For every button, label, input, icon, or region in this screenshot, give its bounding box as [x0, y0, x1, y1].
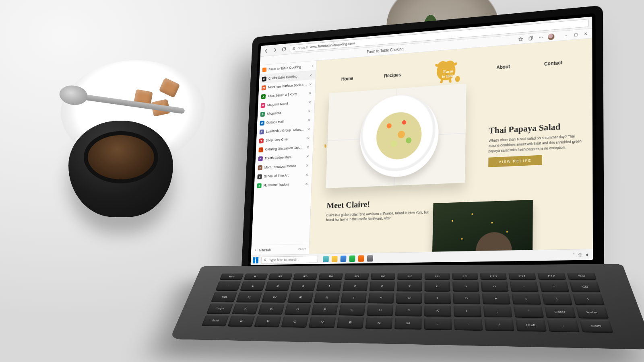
keyboard-key: 0 — [481, 281, 508, 292]
tab-close-icon[interactable]: ✕ — [308, 109, 312, 113]
tab-close-icon[interactable]: ✕ — [306, 154, 310, 158]
nav-home[interactable]: Home — [341, 76, 353, 82]
favorites-icon[interactable] — [518, 36, 524, 42]
lock-icon — [292, 46, 296, 50]
keyboard-key: F5 — [344, 273, 369, 280]
tab-close-icon[interactable]: ✕ — [305, 163, 309, 168]
nav-about[interactable]: About — [496, 64, 510, 70]
svg-point-3 — [541, 37, 541, 38]
keyboard-key: / — [484, 319, 514, 331]
url-text: www.farmtotablecooking.com — [310, 41, 355, 49]
keyboard-key: W — [261, 292, 287, 302]
tab-close-icon[interactable]: ✕ — [309, 91, 312, 95]
tab-close-icon[interactable]: ✕ — [309, 73, 313, 78]
window-maximize[interactable]: ▢ — [572, 32, 579, 37]
recipe-card: Thai Papaya Salad What's nicer than a co… — [488, 120, 582, 167]
coffee-cup — [68, 121, 185, 233]
svg-rect-1 — [529, 37, 532, 40]
window-minimize[interactable]: – — [563, 33, 569, 38]
keyboard-key: ` — [215, 281, 241, 291]
tab-label: Chef's Table Cooking — [268, 74, 308, 80]
webpage-content: Home Recipes Farm to Table About — [309, 38, 593, 254]
tab-close-icon[interactable]: ✕ — [305, 172, 309, 177]
keyboard-key: ↑ — [547, 319, 580, 332]
tab-favicon: S — [260, 111, 265, 117]
taskbar-app-2[interactable] — [332, 255, 338, 262]
taskbar-app-1[interactable] — [323, 256, 329, 262]
site-favicon — [262, 67, 267, 72]
taskbar-app-5[interactable] — [358, 255, 364, 261]
keyboard-key: ' — [514, 306, 544, 318]
taskbar-app-6[interactable] — [367, 255, 373, 261]
tab-close-icon[interactable]: ✕ — [308, 100, 312, 104]
start-button[interactable] — [253, 257, 258, 263]
keyboard-key: Shift — [202, 315, 229, 326]
keyboard-key: 8 — [425, 281, 450, 292]
svg-text:Farm: Farm — [443, 69, 453, 74]
new-tab-label: New tab — [259, 248, 271, 252]
tab-close-icon[interactable]: ✕ — [306, 145, 310, 149]
meet-section: Meet Claire! Claire is a globe trotter. … — [326, 197, 431, 222]
tab-label: Shop Love Give — [266, 136, 305, 142]
tab-label: Xbox Series X | Xbox — [268, 91, 307, 98]
tab-close-icon[interactable]: ✕ — [307, 127, 311, 131]
tab-close-icon[interactable]: ✕ — [305, 181, 309, 186]
svg-rect-0 — [293, 48, 295, 49]
keyboard-key: D — [284, 304, 311, 315]
keyboard-key: Shift — [579, 320, 613, 333]
taskbar-search[interactable]: Type here to search — [261, 255, 318, 263]
taskbar-pinned-apps — [323, 255, 373, 262]
refresh-button[interactable] — [281, 45, 287, 53]
keyboard-key: \ — [572, 294, 605, 305]
tab-label: Outlook Mail — [266, 118, 305, 124]
collections-icon[interactable] — [528, 35, 534, 41]
keyboard-key: T — [341, 292, 367, 303]
keyboard-key: Q — [236, 292, 262, 302]
nav-recipes[interactable]: Recipes — [384, 72, 401, 78]
tab-label: Northwind Traders — [264, 182, 303, 187]
tray-volume-icon[interactable] — [585, 252, 590, 257]
tab-close-icon[interactable]: ✕ — [308, 118, 311, 122]
new-tab-button[interactable]: ＋ New tab Ctrl+T — [251, 244, 309, 255]
window-close[interactable]: ✕ — [582, 31, 589, 36]
profile-avatar[interactable] — [548, 33, 554, 40]
tab-row[interactable]: ●Northwind Traders✕ — [254, 179, 312, 191]
browser-window: https:// www.farmtotablecooking.com Farm… — [250, 16, 593, 265]
keyboard-key: A — [232, 303, 259, 314]
keyboard-key: Shift — [515, 319, 547, 332]
tab-favicon: ♥ — [259, 138, 264, 144]
keyboard-key: 1 — [240, 281, 266, 291]
tray-wifi-icon[interactable] — [578, 252, 583, 257]
keyboard-key: , — [424, 318, 452, 330]
plus-icon: ＋ — [254, 247, 257, 253]
keyboard-key: N — [365, 317, 392, 329]
system-tray[interactable]: ˄ — [573, 252, 590, 257]
keyboard-key: G — [339, 304, 365, 316]
keyboard-key: X — [254, 316, 281, 327]
back-button[interactable] — [263, 47, 270, 54]
url-scheme: https:// — [297, 45, 308, 50]
tab-close-icon[interactable]: ✕ — [309, 82, 312, 86]
keyboard-key: R — [314, 292, 340, 303]
site-logo[interactable]: Farm to Table — [432, 55, 463, 88]
taskbar-app-3[interactable] — [340, 255, 346, 262]
nav-contact[interactable]: Contact — [544, 60, 562, 67]
taskbar-app-4[interactable] — [349, 255, 355, 262]
keyboard-key: F11 — [508, 273, 536, 280]
vertical-tabs-panel: Farm to Table Cooking ‹ CChef's Table Co… — [251, 61, 317, 255]
keyboard-key: Esc — [220, 274, 244, 280]
tab-label: Meet new Surface Book 3or 13.5" — [268, 82, 307, 89]
tab-label: Shopisima — [267, 109, 306, 116]
keyboard-key: F — [311, 304, 338, 315]
tab-close-icon[interactable]: ✕ — [307, 136, 310, 140]
forward-button[interactable] — [272, 46, 279, 53]
settings-menu-icon[interactable] — [538, 34, 544, 41]
tabs-list: CChef's Table Cooking✕MMeet new Surface … — [252, 70, 316, 245]
keyboard-key: F12 — [537, 273, 566, 280]
view-recipe-button[interactable]: VIEW RECIPE — [488, 155, 542, 167]
keyboard-key: F10 — [480, 273, 507, 280]
collapse-tabs-icon[interactable]: ‹ — [312, 64, 313, 68]
tab-favicon: M — [261, 103, 266, 108]
tray-chevron-icon[interactable]: ˄ — [573, 253, 575, 257]
keyboard-key: V — [309, 317, 336, 328]
